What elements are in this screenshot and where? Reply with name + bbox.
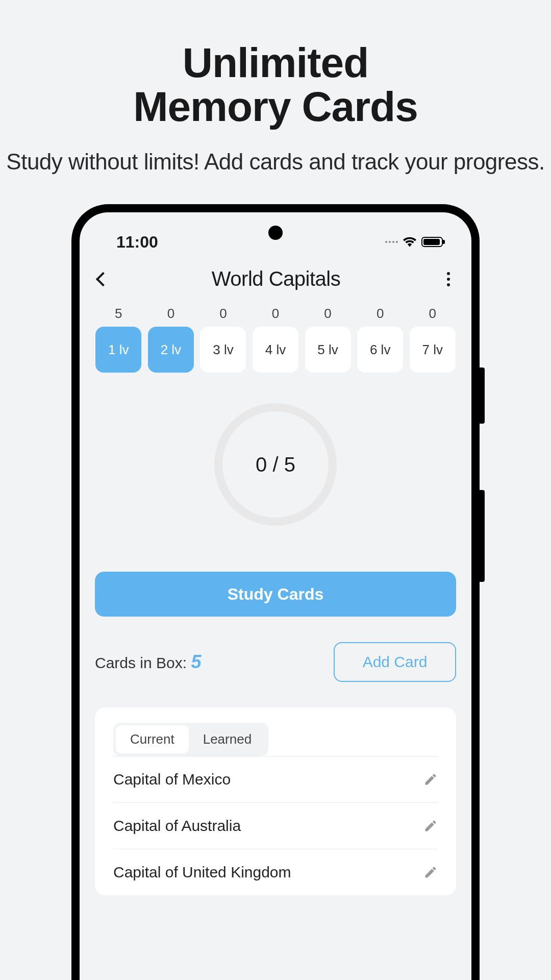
back-icon[interactable] xyxy=(96,272,110,286)
phone-side-button xyxy=(478,490,485,582)
pencil-icon[interactable] xyxy=(423,865,438,879)
promo-subtitle: Study without limits! Add cards and trac… xyxy=(0,147,551,176)
cards-panel: Current Learned Capital of Mexico Capita… xyxy=(95,707,456,895)
level-count: 0 xyxy=(429,306,436,322)
tab-current[interactable]: Current xyxy=(116,725,189,753)
level-count: 0 xyxy=(219,306,227,322)
signal-dots-icon xyxy=(385,241,398,243)
level-chip-2[interactable]: 2 lv xyxy=(148,327,194,373)
pencil-icon[interactable] xyxy=(423,819,438,833)
phone-screen: 11:00 World Capitals 51 lv 02 lv 03 lv xyxy=(80,212,471,980)
tab-learned[interactable]: Learned xyxy=(189,725,266,753)
card-row[interactable]: Capital of Mexico xyxy=(113,756,438,802)
battery-icon xyxy=(421,237,443,247)
level-chip-3[interactable]: 3 lv xyxy=(200,327,246,373)
levels-row: 51 lv 02 lv 03 lv 04 lv 05 lv 06 lv 07 l… xyxy=(80,301,471,373)
promo-title: Unlimited Memory Cards xyxy=(0,0,551,129)
card-row[interactable]: Capital of Australia xyxy=(113,802,438,849)
level-chip-1[interactable]: 1 lv xyxy=(95,327,141,373)
level-chip-4[interactable]: 4 lv xyxy=(253,327,298,373)
study-cards-button[interactable]: Study Cards xyxy=(95,572,456,617)
wifi-icon xyxy=(403,237,416,247)
box-label-text: Cards in Box: xyxy=(95,654,191,671)
tabs-segment: Current Learned xyxy=(113,723,268,756)
card-title: Capital of Mexico xyxy=(113,771,231,788)
promo-title-line2: Memory Cards xyxy=(133,83,418,130)
cards-in-box-row: Cards in Box: 5 Add Card xyxy=(80,617,471,682)
progress-section: 0 / 5 xyxy=(80,373,471,546)
progress-text: 0 / 5 xyxy=(256,453,295,476)
status-icons xyxy=(385,237,443,247)
phone-side-button xyxy=(478,368,485,424)
pencil-icon[interactable] xyxy=(423,772,438,787)
level-chip-5[interactable]: 5 lv xyxy=(305,327,351,373)
level-count: 5 xyxy=(115,306,122,322)
card-title: Capital of Australia xyxy=(113,817,241,835)
app-header: World Capitals xyxy=(80,253,471,301)
page-title: World Capitals xyxy=(212,267,340,290)
level-chip-7[interactable]: 7 lv xyxy=(410,327,456,373)
box-count: 5 xyxy=(191,651,201,672)
more-menu-icon[interactable] xyxy=(444,269,453,289)
level-count: 0 xyxy=(167,306,174,322)
level-count: 0 xyxy=(377,306,384,322)
phone-frame: 11:00 World Capitals 51 lv 02 lv 03 lv xyxy=(71,204,480,980)
progress-ring: 0 / 5 xyxy=(214,403,337,526)
card-row[interactable]: Capital of United Kingdom xyxy=(113,849,438,895)
cards-in-box-label: Cards in Box: 5 xyxy=(95,651,201,673)
promo-title-line1: Unlimited xyxy=(183,39,369,86)
level-chip-6[interactable]: 6 lv xyxy=(357,327,403,373)
card-title: Capital of United Kingdom xyxy=(113,864,291,881)
status-time: 11:00 xyxy=(116,233,158,252)
camera-notch xyxy=(268,226,283,240)
add-card-button[interactable]: Add Card xyxy=(334,642,456,682)
level-count: 0 xyxy=(272,306,279,322)
level-count: 0 xyxy=(324,306,331,322)
